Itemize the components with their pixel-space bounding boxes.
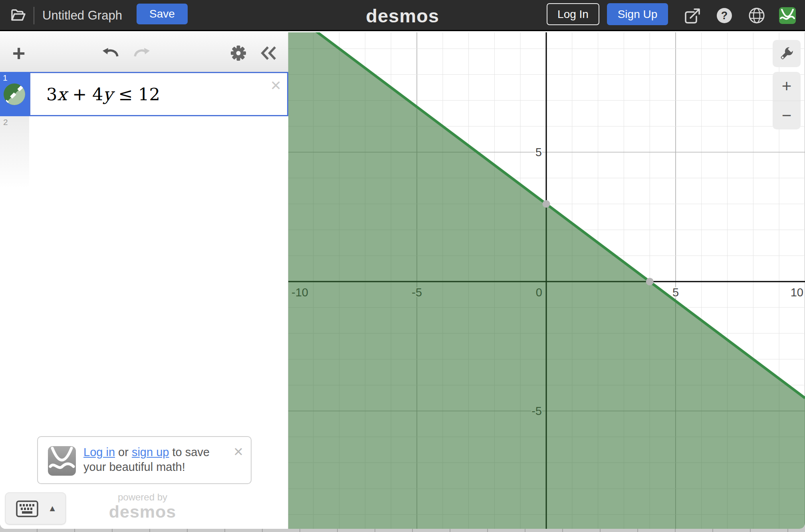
graph-title[interactable]: Untitled Graph: [42, 8, 122, 23]
x-axis-tick-label: 10: [791, 286, 803, 299]
expression-1-gutter[interactable]: 1: [0, 72, 29, 116]
globe-glyph: [748, 6, 766, 25]
notification-text: Log in or sign up to save your beautiful…: [83, 445, 210, 474]
wrench-glyph: [778, 45, 795, 62]
shading-icon-glyph: [4, 83, 25, 105]
wrench-icon[interactable]: [773, 40, 801, 67]
expression-2-gutter: 2: [0, 116, 29, 192]
intercept-point: [646, 278, 654, 286]
expression-index: 1: [3, 73, 8, 83]
eq-variable-y: y: [103, 84, 113, 104]
signup-button[interactable]: Sign Up: [607, 3, 668, 25]
expression-1-latex: 3x + 4y ≤ 12: [46, 84, 160, 104]
share-icon[interactable]: [681, 6, 702, 26]
expression-1-input[interactable]: 3x + 4y ≤ 12 ✕: [29, 72, 288, 116]
svg-text:?: ?: [721, 10, 728, 22]
expression-panel: +: [0, 32, 288, 529]
redo-glyph: [132, 45, 151, 61]
desmos-logo: desmos: [343, 5, 462, 27]
login-notification: Log in or sign up to save your beautiful…: [37, 436, 252, 484]
graph-paper: -10-505105-5 + −: [288, 32, 805, 529]
powered-by-label: powered by: [63, 492, 222, 503]
zoom-out-button[interactable]: −: [773, 101, 801, 129]
gear-icon[interactable]: [229, 44, 248, 62]
desmos-app-glyph: [779, 7, 796, 24]
signup-link[interactable]: sign up: [132, 446, 169, 459]
globe-icon[interactable]: [747, 6, 766, 25]
eq-constant: 12: [138, 84, 160, 104]
eq-variable-x: x: [57, 84, 67, 104]
undo-icon[interactable]: [101, 45, 121, 61]
login-link[interactable]: Log in: [83, 446, 115, 459]
eq-coefficient: 3: [46, 84, 57, 104]
collapse-panel-icon[interactable]: [260, 45, 278, 62]
expression-toolbar: +: [0, 32, 288, 72]
zoom-controls: + −: [773, 72, 801, 129]
desmos-gray-icon: [48, 446, 76, 476]
eq-operator-leq: ≤: [113, 84, 138, 104]
expression-row-1: 1 3x + 4y ≤ 12 ✕: [0, 72, 288, 116]
notification-or: or: [115, 446, 132, 459]
help-glyph: ?: [715, 6, 734, 25]
divider: [34, 7, 34, 24]
keyboard-toggle-button[interactable]: ▲: [5, 492, 66, 524]
notification-line2: your beautiful math!: [83, 461, 185, 473]
delete-expression-icon[interactable]: ✕: [270, 79, 282, 92]
expression-row-2[interactable]: 2: [0, 116, 288, 160]
double-chevron-left-glyph: [260, 45, 278, 62]
add-expression-button[interactable]: +: [9, 43, 29, 63]
desmos-app-window: Untitled Graph Save desmos Log In Sign U…: [0, 0, 805, 529]
graph-canvas[interactable]: -10-505105-5: [288, 32, 805, 529]
save-button[interactable]: Save: [137, 4, 188, 24]
gear-glyph: [229, 44, 248, 62]
close-notification-icon[interactable]: ✕: [233, 446, 244, 458]
desmos-app-icon[interactable]: [778, 6, 797, 25]
keyboard-icon: [16, 500, 38, 517]
expand-keyboard-icon: ▲: [48, 503, 57, 514]
eq-coefficient: 4: [92, 84, 103, 104]
eq-operator-plus: +: [67, 84, 92, 104]
help-icon[interactable]: ?: [715, 6, 734, 25]
desmos-footer-wordmark: desmos: [63, 502, 222, 522]
open-folder-icon[interactable]: [7, 5, 30, 26]
top-bar: Untitled Graph Save desmos Log In Sign U…: [0, 0, 805, 31]
share-glyph: [682, 6, 701, 25]
intercept-point: [543, 200, 550, 208]
redo-icon[interactable]: [132, 45, 151, 61]
open-folder-glyph: [10, 8, 26, 24]
inequality-shading-circle-icon[interactable]: [4, 83, 25, 105]
zoom-in-button[interactable]: +: [773, 72, 801, 101]
notification-tail: to save: [169, 446, 210, 459]
x-axis-tick-label: 5: [672, 286, 679, 299]
expression-index: 2: [3, 117, 8, 127]
y-axis-tick-label: 5: [535, 146, 542, 159]
undo-glyph: [101, 45, 121, 61]
login-button[interactable]: Log In: [547, 3, 599, 25]
